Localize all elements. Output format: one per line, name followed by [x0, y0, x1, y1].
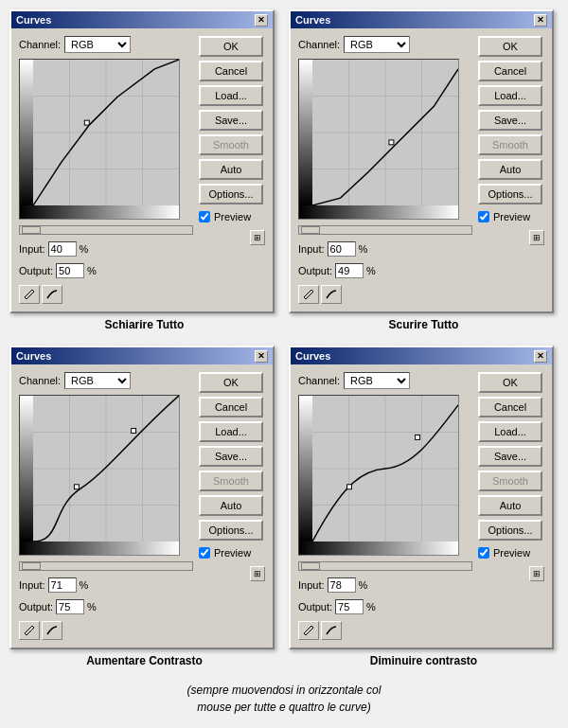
- svg-rect-22: [132, 429, 136, 434]
- close-button-4[interactable]: ✕: [534, 350, 547, 363]
- curves-right-1: OK Cancel Load... Save... Smooth Auto Op…: [199, 36, 265, 304]
- preview-checkbox-3[interactable]: [199, 547, 210, 559]
- options-button-4[interactable]: Options...: [478, 520, 542, 541]
- gradient-bottom-3: [20, 542, 179, 555]
- scrollbar-4[interactable]: [298, 561, 472, 571]
- curve-area-2[interactable]: [298, 59, 459, 220]
- load-button-1[interactable]: Load...: [199, 85, 263, 106]
- channel-label-1: Channel:: [19, 39, 61, 50]
- output-percent-4: %: [366, 601, 376, 613]
- preview-checkbox-4[interactable]: [478, 547, 489, 559]
- channel-select-2[interactable]: RGB: [344, 36, 410, 53]
- pencil-tool-3[interactable]: [19, 621, 40, 640]
- preview-row-4: Preview: [478, 547, 544, 559]
- dialog-title-1: Curves: [16, 14, 51, 26]
- input-label-3: Input:: [19, 579, 45, 591]
- preview-label-1: Preview: [214, 211, 251, 222]
- pencil-icon: [24, 289, 35, 300]
- expand-button-2[interactable]: ⊞: [529, 230, 544, 245]
- gradient-bottom-2: [299, 205, 458, 219]
- options-button-2[interactable]: Options...: [478, 184, 542, 204]
- options-button-1[interactable]: Options...: [199, 184, 263, 204]
- input-group-2: Input: %: [298, 241, 367, 257]
- output-value-4[interactable]: [335, 599, 364, 614]
- input-value-1[interactable]: [48, 241, 77, 257]
- expand-button-3[interactable]: ⊞: [250, 566, 265, 581]
- expand-button-1[interactable]: ⊞: [250, 230, 265, 245]
- curve-area-4[interactable]: [298, 395, 459, 556]
- output-percent-3: %: [87, 601, 97, 613]
- expand-button-4[interactable]: ⊞: [529, 566, 544, 581]
- channel-select-4[interactable]: RGB: [344, 372, 410, 389]
- smooth-tool-3[interactable]: [42, 621, 62, 640]
- input-value-2[interactable]: [328, 241, 356, 257]
- caption-1: Schiarire Tutto: [9, 318, 279, 331]
- smooth-button-1[interactable]: Smooth: [199, 134, 263, 155]
- scrollbar-3[interactable]: [19, 561, 193, 571]
- smooth-button-2[interactable]: Smooth: [478, 134, 542, 155]
- load-button-3[interactable]: Load...: [199, 421, 263, 442]
- scrollbar-1[interactable]: [19, 225, 193, 235]
- cancel-button-3[interactable]: Cancel: [199, 397, 263, 417]
- dialog-body-1: Channel: RGB: [11, 28, 273, 311]
- ok-button-3[interactable]: OK: [199, 372, 263, 393]
- scrollbar-2[interactable]: [298, 225, 472, 235]
- panels-grid: Curves ✕ Channel: RGB: [9, 9, 559, 672]
- cancel-button-1[interactable]: Cancel: [199, 61, 263, 81]
- titlebar-1: Curves ✕: [11, 11, 273, 28]
- preview-label-4: Preview: [493, 547, 530, 559]
- curve-area-1[interactable]: [19, 59, 180, 220]
- load-button-4[interactable]: Load...: [478, 421, 542, 442]
- save-button-3[interactable]: Save...: [199, 446, 263, 467]
- pencil-tool-2[interactable]: [298, 285, 319, 304]
- gradient-left-2: [299, 60, 312, 205]
- output-group-2: Output: %: [298, 263, 376, 278]
- output-row-2: Output: %: [298, 263, 472, 278]
- gradient-bottom-4: [299, 542, 458, 555]
- output-value-3[interactable]: [56, 599, 84, 614]
- ok-button-4[interactable]: OK: [478, 372, 542, 393]
- close-button-2[interactable]: ✕: [534, 14, 547, 27]
- dialog-body-2: Channel: RGB: [291, 28, 552, 311]
- ok-button-2[interactable]: OK: [478, 36, 542, 57]
- cancel-button-2[interactable]: Cancel: [478, 61, 542, 81]
- smooth-tool-4[interactable]: [321, 621, 342, 640]
- cancel-button-4[interactable]: Cancel: [478, 397, 542, 417]
- curve-area-3[interactable]: [19, 395, 180, 556]
- channel-select-3[interactable]: RGB: [64, 372, 131, 389]
- auto-button-2[interactable]: Auto: [478, 159, 542, 180]
- save-button-2[interactable]: Save...: [478, 110, 542, 131]
- preview-checkbox-1[interactable]: [199, 211, 210, 222]
- input-value-4[interactable]: [328, 577, 356, 593]
- close-button-1[interactable]: ✕: [255, 14, 268, 27]
- output-percent-1: %: [87, 265, 97, 276]
- options-button-3[interactable]: Options...: [199, 520, 263, 541]
- caption-4: Diminuire contrasto: [289, 654, 559, 667]
- pencil-tool-4[interactable]: [298, 621, 319, 640]
- input-value-3[interactable]: [48, 577, 77, 593]
- input-percent-2: %: [359, 243, 368, 255]
- auto-button-4[interactable]: Auto: [478, 495, 542, 516]
- load-button-2[interactable]: Load...: [478, 85, 542, 106]
- output-value-2[interactable]: [335, 263, 364, 278]
- close-button-3[interactable]: ✕: [255, 350, 268, 363]
- titlebar-3: Curves ✕: [11, 347, 273, 364]
- smooth-button-3[interactable]: Smooth: [199, 471, 263, 491]
- auto-button-3[interactable]: Auto: [199, 495, 263, 516]
- auto-button-1[interactable]: Auto: [199, 159, 263, 180]
- save-button-1[interactable]: Save...: [199, 110, 263, 131]
- preview-label-3: Preview: [214, 547, 251, 559]
- dialog-title-2: Curves: [295, 14, 330, 26]
- save-button-4[interactable]: Save...: [478, 446, 542, 467]
- smooth-tool-2[interactable]: [321, 285, 342, 304]
- smooth-tool-1[interactable]: [42, 285, 62, 304]
- pencil-tool-1[interactable]: [19, 285, 40, 304]
- output-value-1[interactable]: [56, 263, 84, 278]
- ok-button-1[interactable]: OK: [199, 36, 263, 57]
- channel-select-1[interactable]: RGB: [64, 36, 131, 53]
- preview-checkbox-2[interactable]: [478, 211, 489, 222]
- smooth-button-4[interactable]: Smooth: [478, 471, 542, 491]
- dialog-4-wrapper: Curves ✕ Channel: RGB: [289, 346, 559, 672]
- curves-right-2: OK Cancel Load... Save... Smooth Auto Op…: [478, 36, 544, 304]
- tools-row-3: [19, 621, 193, 640]
